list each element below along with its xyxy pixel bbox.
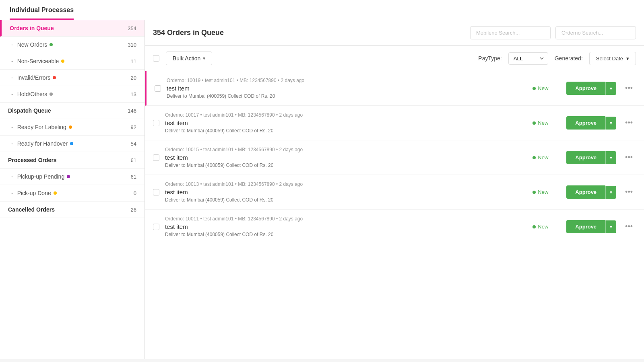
sidebar-item-orders-in-queue[interactable]: Orders in Queue 354 [0,20,144,37]
order-checkbox[interactable] [153,120,159,126]
more-options-button[interactable]: ••• [622,82,636,94]
order-status: New [533,189,561,195]
sidebar-item-ready-for-labeling[interactable]: -Ready For Labeling 92 [0,119,144,136]
order-checkbox[interactable] [153,154,159,161]
sidebar-item-hold-others[interactable]: -Hold/Others 13 [0,86,144,103]
approve-dropdown-button[interactable]: ▾ [605,186,616,199]
bulk-action-button[interactable]: Bulk Action ▾ [166,51,212,65]
sidebar-label: Pickup-up Pending [17,173,65,180]
order-name: test item [165,154,527,161]
status-dot [61,60,64,63]
sidebar-item-label: Dispatch Queue [8,107,51,114]
sidebar-item-count: 54 [131,141,136,147]
more-options-button[interactable]: ••• [622,186,636,198]
status-dot-icon [533,191,536,194]
order-name: test item [165,223,527,230]
sidebar-item-label: Orders in Queue [10,25,54,31]
approve-group: Approve ▾ [566,185,616,199]
sidebar-item-label: Processed Orders [8,157,57,163]
sidebar-item-count: 146 [128,108,136,114]
order-meta: Orderno: 10017 • test admin101 • MB: 123… [165,112,527,118]
status-dot-icon [533,156,536,159]
sidebar-item-cancelled-orders[interactable]: Cancelled Orders 26 [0,202,144,218]
more-options-button[interactable]: ••• [622,117,636,129]
status-dot [50,93,53,96]
sidebar-item-processed-orders[interactable]: Processed Orders 61 [0,152,144,169]
order-meta: Orderno: 10013 • test admin101 • MB: 123… [165,181,527,187]
sidebar-label: Invalid/Errors [17,74,50,81]
sidebar-item-count: 61 [131,174,136,180]
orders-list: Orderno: 10019 • test admin101 • MB: 123… [145,71,644,359]
approve-dropdown-button[interactable]: ▾ [605,82,616,95]
order-name: test item [165,189,527,195]
status-dot [67,175,70,178]
select-date-label: Select Date [596,56,623,62]
main-layout: Orders in Queue 354 -New Orders 310 -Non… [0,20,644,359]
sidebar-item-invalid-errors[interactable]: -Invalid/Errors 20 [0,70,144,86]
sidebar-label: Hold/Others [17,91,47,97]
order-meta: Orderno: 10019 • test admin101 • MB: 123… [167,78,527,83]
sidebar-label: Cancelled Orders [8,206,55,213]
order-checkbox[interactable] [155,85,161,92]
approve-dropdown-button[interactable]: ▾ [605,220,616,233]
more-options-button[interactable]: ••• [622,152,636,163]
sidebar-item-non-serviceable[interactable]: -Non-Serviceable 11 [0,53,144,70]
select-date-button[interactable]: Select Date ▾ [589,52,636,65]
approve-button[interactable]: Approve [566,82,605,95]
sidebar-item-label: -Hold/Others [8,91,53,97]
approve-button[interactable]: Approve [566,116,605,130]
sidebar-item-count: 354 [128,25,136,31]
table-row: Orderno: 10011 • test admin101 • MB: 123… [145,210,644,244]
order-info: Orderno: 10017 • test admin101 • MB: 123… [165,112,527,134]
paytype-select[interactable]: ALLCODPREPAID [508,52,548,65]
order-name: test item [165,119,527,126]
sidebar-item-pick-up-done[interactable]: -Pick-up Done 0 [0,185,144,202]
order-search-input[interactable] [555,26,636,39]
sidebar-item-count: 13 [131,91,136,97]
sidebar-item-dispatch-queue[interactable]: Dispatch Queue 146 [0,103,144,119]
approve-dropdown-button[interactable]: ▾ [605,151,616,164]
sidebar-item-count: 20 [131,75,136,81]
sidebar-label: Pick-up Done [17,190,51,196]
sidebar-label: Dispatch Queue [8,107,51,114]
sidebar-item-ready-for-handover[interactable]: -Ready for Handover 54 [0,136,144,152]
sidebar-item-label: -Pickup-up Pending [8,173,70,180]
select-all-checkbox[interactable] [153,55,159,62]
order-meta: Orderno: 10011 • test admin101 • MB: 123… [165,216,527,222]
sidebar-item-count: 310 [128,42,136,48]
sidebar-item-label: -Ready For Labeling [8,124,72,130]
table-row: Orderno: 10015 • test admin101 • MB: 123… [145,140,644,175]
bulk-action-chevron-icon: ▾ [203,56,205,61]
status-dot-icon [533,225,536,228]
sidebar-item-label: -Ready for Handover [8,140,73,147]
approve-button[interactable]: Approve [566,220,605,233]
status-label: New [538,85,548,91]
approve-group: Approve ▾ [566,151,616,164]
order-delivery: Deliver to Mumbai (400059) Collect COD o… [167,93,527,99]
sidebar-item-label: -New Orders [8,41,53,48]
order-info: Orderno: 10019 • test admin101 • MB: 123… [167,78,527,99]
more-options-button[interactable]: ••• [622,221,636,232]
paytype-label: PayType: [478,55,502,62]
status-dot-icon [533,87,536,90]
order-checkbox[interactable] [153,224,159,230]
order-checkbox[interactable] [153,189,159,195]
sidebar-item-new-orders[interactable]: -New Orders 310 [0,37,144,53]
order-status: New [533,154,561,160]
sidebar-label: New Orders [17,41,47,48]
mobile-search-input[interactable] [470,26,551,39]
status-label: New [538,154,548,160]
approve-button[interactable]: Approve [566,185,605,199]
status-dot [53,76,56,79]
status-label: New [538,224,548,230]
status-dot [69,125,72,129]
approve-button[interactable]: Approve [566,151,605,164]
approve-group: Approve ▾ [566,82,616,95]
order-delivery: Deliver to Mumbai (400059) Collect COD o… [165,232,527,237]
main-content: 354 Orders in Queue Bulk Action ▾ PayTyp… [145,20,644,359]
order-name: test item [167,85,527,92]
sidebar-item-pickup-pending[interactable]: -Pickup-up Pending 61 [0,169,144,185]
page-title: Individual Processes [10,6,74,20]
order-delivery: Deliver to Mumbai (400059) Collect COD o… [165,162,527,168]
approve-dropdown-button[interactable]: ▾ [605,117,616,130]
